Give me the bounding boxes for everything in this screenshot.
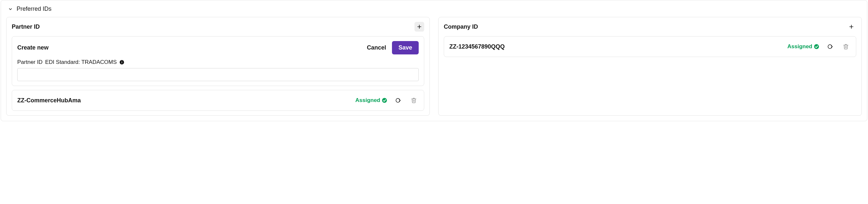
panel-header[interactable]: Preferred IDs	[8, 5, 862, 12]
unassign-button[interactable]	[825, 42, 835, 52]
svg-point-5	[382, 98, 387, 103]
cancel-button[interactable]: Cancel	[367, 44, 386, 51]
partner-id-item: ZZ-CommerceHubAma Assigned	[12, 90, 424, 111]
partner-id-card: Partner ID Create new Cancel Save Partne…	[6, 17, 430, 116]
unassign-button[interactable]	[393, 95, 403, 105]
svg-rect-4	[122, 61, 122, 61]
status-badge: Assigned	[787, 43, 819, 50]
status-label: Assigned	[355, 97, 380, 104]
create-new-partner-form: Create new Cancel Save Partner ID EDI St…	[12, 36, 424, 86]
delete-button[interactable]	[841, 42, 851, 52]
add-partner-id-button[interactable]	[414, 22, 424, 32]
info-icon[interactable]	[119, 60, 124, 65]
partner-id-value: ZZ-CommerceHubAma	[17, 97, 81, 104]
svg-point-6	[396, 98, 400, 102]
edi-standard-label: EDI Standard: TRADACOMS	[45, 59, 117, 65]
company-id-card: Company ID ZZ-1234567890QQQ Assigned	[438, 17, 862, 116]
chevron-down-icon	[8, 7, 13, 11]
partner-id-field-label: Partner ID	[17, 59, 42, 65]
company-id-value: ZZ-1234567890QQQ	[449, 43, 505, 50]
add-company-id-button[interactable]	[846, 22, 856, 32]
company-id-item: ZZ-1234567890QQQ Assigned	[444, 36, 856, 57]
check-circle-icon	[381, 97, 388, 103]
check-circle-icon	[814, 44, 819, 50]
preferred-ids-panel: Preferred IDs Partner ID Create new Canc…	[1, 0, 867, 121]
delete-button[interactable]	[409, 95, 419, 105]
create-new-title: Create new	[17, 44, 49, 51]
status-badge: Assigned	[355, 97, 388, 104]
partner-id-heading: Partner ID	[12, 24, 40, 30]
company-id-heading: Company ID	[444, 24, 478, 30]
svg-rect-3	[122, 62, 122, 63]
panel-title: Preferred IDs	[17, 5, 52, 12]
partner-id-input[interactable]	[17, 68, 419, 81]
partner-id-field-label-row: Partner ID EDI Standard: TRADACOMS	[17, 59, 419, 65]
svg-point-10	[828, 45, 832, 49]
save-button[interactable]: Save	[392, 41, 419, 54]
svg-point-9	[814, 44, 819, 49]
status-label: Assigned	[787, 43, 812, 50]
